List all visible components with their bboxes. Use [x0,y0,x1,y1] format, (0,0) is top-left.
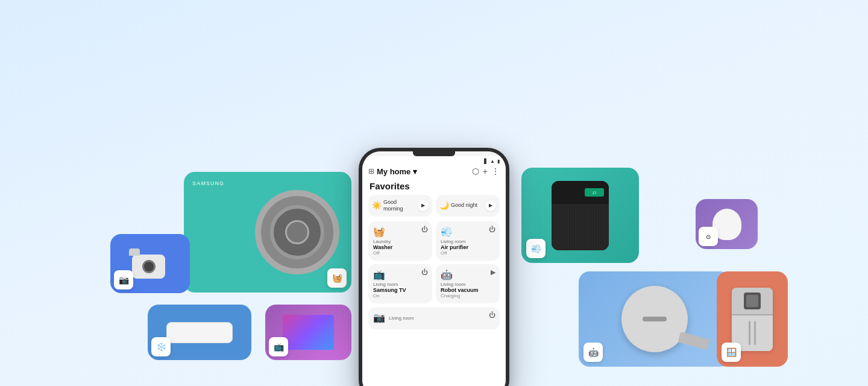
washer-badge: 🧺 [327,268,347,288]
bottom-device-row: ⏻ 📷 Living room [362,307,506,332]
vacuum-badge: 🤖 [583,343,603,362]
phone-screen: ▋ ▲ ▮ ⊞ My home ▾ ⬡ + ⋮ Favorites ☀️ Goo… [362,156,506,386]
purifier-screen: 17 [585,188,604,197]
device-tile-vacuum[interactable]: ▶ 🤖 Living room Robot vacuum Charging [436,264,500,303]
wifi-icon: ▲ [490,159,495,164]
favorites-title: Favorites [362,179,506,195]
card-tv: 📺 [265,305,351,360]
more-icon[interactable]: ⋮ [491,166,500,176]
title-arrow: ▾ [413,167,417,176]
card-purifier: 17 💨 [521,168,639,263]
purifier-power[interactable]: ⏻ [489,226,495,233]
device-tile-washer[interactable]: ⏻ 🧺 Laundry Washer Off [368,221,432,261]
app-title-text: My home [377,167,410,176]
card-camera: 📷 [110,234,190,293]
card-fridge: 🪟 [717,271,788,367]
washer-status: Off [373,250,427,256]
camera-icon-tile: 📷 [373,312,385,323]
vacuum-icon: 🤖 [441,269,495,280]
vacuum-status: Charging [441,293,495,299]
fridge-badge: 🪟 [722,343,741,362]
app-title: My home ▾ [377,167,470,176]
moon-icon: 🌙 [439,201,449,210]
washer-power[interactable]: ⏻ [421,226,428,233]
washer-room: Laundry [373,239,427,244]
device-grid: ⏻ 🧺 Laundry Washer Off ⏻ 💨 Living room A… [362,221,506,307]
card-google-home: ⊙ [696,199,758,249]
tv-power[interactable]: ⏻ [421,268,428,276]
camera-badge: 📷 [114,270,133,290]
ac-badge: ❄️ [151,337,171,356]
purifier-name: Air purifier [441,244,495,250]
smart-icon[interactable]: ⬡ [472,166,479,176]
scene-good-morning[interactable]: ☀️ Good morning ▶ [368,195,432,217]
washer-visual [184,172,351,293]
vacuum-room: Living room [441,282,495,287]
purifier-room: Living room [441,239,495,244]
app-header: ⊞ My home ▾ ⬡ + ⋮ [362,164,506,179]
tv-room: Living room [373,282,427,287]
device-tile-purifier[interactable]: ⏻ 💨 Living room Air purifier Off [436,221,500,261]
purifier-icon: 💨 [441,226,495,238]
good-night-play[interactable]: ▶ [485,200,496,211]
sun-icon: ☀️ [372,201,382,210]
device-tile-tv[interactable]: ⏻ 📺 Living room Samsung TV On [368,264,432,303]
card-ac: ❄️ [148,305,251,360]
vacuum-play[interactable]: ▶ [491,268,495,276]
status-bar: ▋ ▲ ▮ [362,156,506,164]
good-morning-play[interactable]: ▶ [418,200,429,211]
purifier-badge: 💨 [526,239,546,258]
camera-room: Living room [389,315,414,321]
scene-good-night[interactable]: 🌙 Good night ▶ [436,195,500,217]
add-icon[interactable]: + [483,166,488,176]
tv-badge: 📺 [269,337,288,356]
card-vacuum: 🤖 [579,271,731,367]
phone-notch [413,151,455,156]
washer-name: Washer [373,244,427,250]
scenes-row: ☀️ Good morning ▶ 🌙 Good night ▶ [362,195,506,221]
app-header-actions[interactable]: ⬡ + ⋮ [472,166,500,176]
card-washer: SAMSUNG 🧺 [184,172,351,293]
phone-mockup: ▋ ▲ ▮ ⊞ My home ▾ ⬡ + ⋮ Favorites ☀️ Goo… [359,148,509,386]
tv-status: On [373,293,427,299]
tv-name: Samsung TV [373,287,427,293]
signal-icon: ▋ [484,159,488,164]
device-tile-camera[interactable]: ⏻ 📷 Living room [368,307,500,329]
vacuum-name: Robot vacuum [441,287,495,293]
washer-icon: 🧺 [373,226,427,238]
battery-icon: ▮ [497,159,500,164]
purifier-status: Off [441,250,495,256]
camera-power[interactable]: ⏻ [489,311,495,318]
grid-icon: ⊞ [368,167,374,176]
good-morning-label: Good morning [383,199,418,212]
google-badge: ⊙ [699,227,718,246]
tv-icon-tile: 📺 [373,269,427,280]
good-night-label: Good night [451,202,485,209]
